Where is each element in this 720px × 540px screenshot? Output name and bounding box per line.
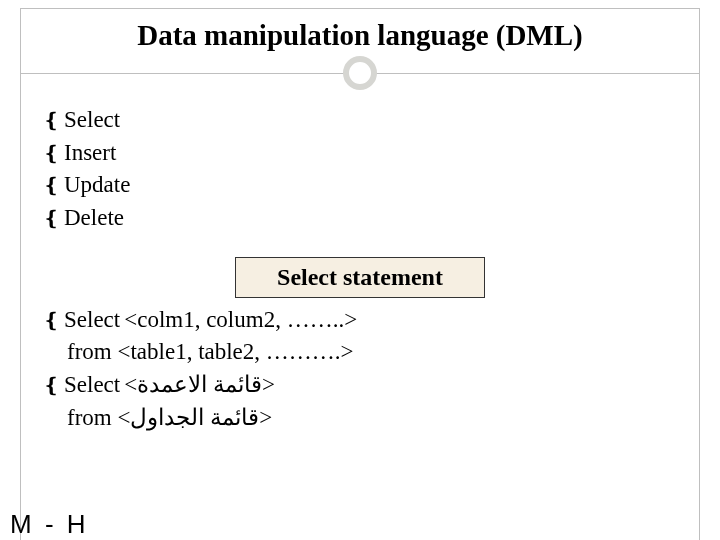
bullet-icon: ❴ <box>43 139 60 167</box>
code-keyword: Select <box>64 369 120 402</box>
list-item-label: Update <box>64 169 130 202</box>
code-text: from <box>67 405 117 430</box>
list-item: ❴ Update <box>43 169 677 202</box>
page-title: Data manipulation language (DML) <box>21 19 699 52</box>
footer-label: M - H <box>10 509 89 540</box>
code-text: <colm1, colum2, ……..> <box>124 304 357 337</box>
list-item: ❴ Insert <box>43 137 677 170</box>
statement-box-label: Select statement <box>277 264 443 290</box>
slide-frame: Data manipulation language (DML) ❴ Selec… <box>20 8 700 540</box>
bullet-icon: ❴ <box>43 106 60 134</box>
statement-box: Select statement <box>235 257 485 298</box>
code-line: ❴ Select <قائمة الاعمدة> <box>43 369 677 402</box>
code-text: from <table1, table2, ……….> <box>67 339 354 364</box>
list-item-label: Delete <box>64 202 124 235</box>
list-item: ❴ Select <box>43 104 677 137</box>
code-line: from <table1, table2, ……….> <box>43 336 677 369</box>
code-text-arabic: <قائمة الجداول> <box>117 405 272 430</box>
spacer <box>43 235 677 255</box>
bullet-icon: ❴ <box>43 204 60 232</box>
list-item: ❴ Delete <box>43 202 677 235</box>
bullet-icon: ❴ <box>43 306 60 334</box>
bullet-icon: ❴ <box>43 171 60 199</box>
circle-icon <box>343 56 377 90</box>
bullet-icon: ❴ <box>43 371 60 399</box>
title-block: Data manipulation language (DML) <box>21 9 699 52</box>
code-line: ❴ Select <colm1, colum2, ……..> <box>43 304 677 337</box>
code-keyword: Select <box>64 304 120 337</box>
divider <box>21 56 699 90</box>
list-item-label: Insert <box>64 137 116 170</box>
code-text-arabic: <قائمة الاعمدة> <box>124 369 275 402</box>
list-item-label: Select <box>64 104 120 137</box>
content-area: ❴ Select ❴ Insert ❴ Update ❴ Delete Sele… <box>21 90 699 434</box>
code-line: from <قائمة الجداول> <box>43 402 677 435</box>
